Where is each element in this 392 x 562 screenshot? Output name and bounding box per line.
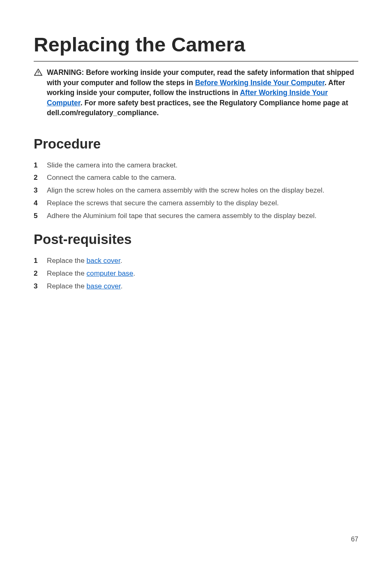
link-base-cover[interactable]: base cover (87, 282, 121, 290)
step-text: Replace the screws that secure the camer… (47, 198, 358, 208)
document-page: Replacing the Camera WARNING: Before wor… (0, 0, 392, 562)
procedure-list: Slide the camera into the camera bracket… (34, 160, 358, 221)
list-item: Replace the computer base. (34, 268, 358, 279)
svg-point-1 (38, 74, 38, 74)
step-text: Slide the camera into the camera bracket… (47, 160, 358, 170)
list-item: Replace the base cover. (34, 281, 358, 291)
step-suffix: . (120, 256, 122, 265)
step-text: Align the screw holes on the camera asse… (47, 185, 358, 195)
list-item: Slide the camera into the camera bracket… (34, 160, 358, 170)
title-divider (34, 61, 358, 62)
list-item: Replace the screws that secure the camer… (34, 198, 358, 208)
warning-suffix: . For more safety best practices, see th… (47, 99, 348, 117)
list-item: Align the screw holes on the camera asse… (34, 185, 358, 195)
step-prefix: Replace the (47, 282, 87, 290)
step-text: Adhere the Aluminium foil tape that secu… (47, 211, 358, 221)
post-requisites-list: Replace the back cover. Replace the comp… (34, 255, 358, 291)
page-number: 67 (351, 536, 358, 543)
step-text: Connect the camera cable to the camera. (47, 172, 358, 183)
list-item: Connect the camera cable to the camera. (34, 172, 358, 183)
list-item: Replace the back cover. (34, 255, 358, 266)
link-computer-base[interactable]: computer base (87, 269, 134, 277)
warning-icon (34, 68, 43, 77)
step-suffix: . (121, 282, 123, 290)
step-prefix: Replace the (47, 256, 87, 265)
heading-procedure: Procedure (34, 136, 358, 152)
warning-text: WARNING: Before working inside your comp… (47, 67, 358, 118)
page-title: Replacing the Camera (34, 33, 358, 56)
warning-block: WARNING: Before working inside your comp… (34, 67, 358, 118)
link-before-working[interactable]: Before Working Inside Your Computer (195, 79, 325, 87)
heading-post-requisites: Post-requisites (34, 232, 358, 247)
list-item: Adhere the Aluminium foil tape that secu… (34, 211, 358, 221)
link-back-cover[interactable]: back cover (87, 256, 120, 265)
step-prefix: Replace the (47, 269, 87, 277)
step-suffix: . (133, 269, 135, 277)
